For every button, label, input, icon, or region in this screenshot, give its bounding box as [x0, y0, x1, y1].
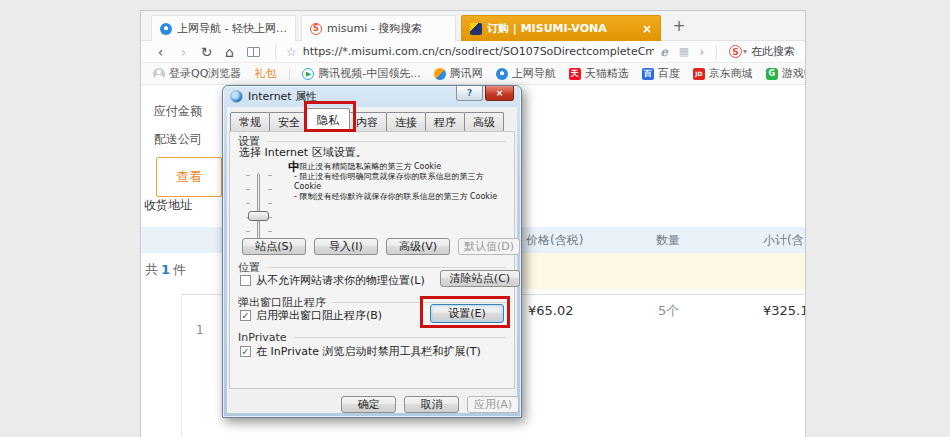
bookmarks-bar: 登录QQ浏览器 礼包 ▶ 腾讯视频-中国领先... 腾讯网 上网导航 天 天猫精… — [141, 63, 805, 85]
tab-title: 订购 | MISUMI-VONA — [487, 21, 637, 36]
internet-properties-dialog: Internet 属性 ? × 常规 安全 隐私 内容 连接 程序 高级 设置 … — [222, 85, 522, 418]
tab-programs[interactable]: 程序 — [425, 112, 465, 131]
annotation-box-privacy-tab — [304, 101, 356, 132]
tab-connections[interactable]: 连接 — [386, 112, 426, 131]
more-tools-chevron-icon[interactable]: › — [694, 45, 710, 59]
bookmark-baidu[interactable]: 百 百度 — [642, 66, 680, 81]
sogou-icon: S — [310, 23, 322, 35]
highlighted-row — [513, 253, 805, 289]
tencent-icon — [434, 68, 446, 80]
item-count-summary: 共1件 — [145, 261, 186, 279]
shipping-company-label: 配送公司 — [154, 131, 202, 148]
bookmark-star-icon[interactable]: ☆ — [286, 45, 297, 59]
row-index: 1 — [196, 323, 204, 337]
bookmark-tencent-site[interactable]: 腾讯网 — [434, 66, 483, 81]
tab-sogou-search[interactable]: S misumi - 搜狗搜索 — [301, 15, 456, 41]
column-header-price: 价格(含税) — [526, 227, 583, 253]
new-tab-button[interactable]: + — [669, 17, 689, 37]
tab-strip: 上网导航 - 轻快上网 从这里开始 S misumi - 搜狗搜索 订购 | M… — [141, 11, 805, 41]
shipping-address-label: 收货地址 — [144, 197, 192, 214]
cell-subtotal: ¥325.1 — [763, 298, 805, 324]
cell-quantity: 5个 — [658, 298, 679, 324]
internet-options-icon — [230, 90, 243, 103]
user-icon — [153, 68, 165, 80]
sites-button[interactable]: 站点(S) — [242, 238, 306, 255]
privacy-tab-page: 设置 选择 Internet 区域设置。 中 - 阻止没有精简隐私策略的第三方 … — [229, 131, 515, 389]
cancel-button[interactable]: 取消 — [404, 396, 459, 413]
search-here-label[interactable]: 在此搜索 — [751, 44, 795, 59]
inprivate-checkbox-row[interactable]: ✓ 在 InPrivate 浏览启动时禁用工具栏和扩展(T) — [240, 344, 481, 359]
advanced-button[interactable]: 高级(V) — [386, 238, 450, 255]
bookmark-jd[interactable]: JD 京东商城 — [693, 66, 753, 81]
checkbox-unchecked[interactable] — [240, 275, 251, 286]
bookmark-web-navigation[interactable]: 上网导航 — [496, 66, 556, 81]
tab-title: misumi - 搜狗搜索 — [327, 21, 447, 36]
popup-checkbox-label: 启用弹出窗口阻止程序(B) — [256, 308, 382, 323]
dialog-client-area: 常规 安全 隐私 内容 连接 程序 高级 设置 选择 Internet 区域设置… — [227, 107, 517, 413]
location-checkbox-label: 从不允许网站请求你的物理位置(L) — [256, 273, 425, 288]
import-button[interactable]: 导入(I) — [314, 238, 378, 255]
inprivate-group: InPrivate — [238, 331, 506, 344]
divider — [275, 45, 276, 59]
divider — [289, 68, 290, 80]
jd-icon: JD — [693, 68, 705, 80]
home-icon[interactable]: ⌂ — [218, 42, 241, 62]
default-button[interactable]: 默认值(D) — [458, 238, 520, 255]
back-icon[interactable]: ‹ — [149, 42, 172, 62]
extensions-grid-icon[interactable]: ▦ — [674, 45, 694, 58]
game-controller-icon: G — [766, 68, 778, 80]
help-button[interactable]: ? — [456, 86, 483, 101]
slider-ticks — [268, 175, 272, 247]
tab-security[interactable]: 安全 — [269, 112, 309, 131]
clear-sites-button[interactable]: 清除站点(C) — [440, 270, 520, 287]
baidu-icon: 百 — [642, 68, 654, 80]
refresh-icon[interactable]: ↻ — [195, 42, 218, 62]
e-navigation-icon — [160, 23, 172, 35]
tmall-icon: 天 — [569, 68, 581, 80]
address-bar: ‹ › ↻ ⌂ ☆ https://*.misumi.com.cn/cn/sod… — [141, 41, 805, 63]
divider — [716, 45, 717, 59]
sogou-search-icon[interactable]: S — [729, 45, 742, 58]
apply-button[interactable]: 应用(A) — [467, 396, 519, 413]
divider — [181, 294, 182, 437]
play-icon: ▶ — [302, 68, 314, 80]
item-count: 1 — [161, 262, 170, 277]
reading-mode-icon[interactable] — [247, 47, 260, 57]
dialog-footer: 确定 取消 应用(A) — [227, 396, 517, 413]
url-text[interactable]: https://*.misumi.com.cn/cn/sodirect/SO10… — [303, 45, 654, 58]
tab-misumi-vona-active[interactable]: 订购 | MISUMI-VONA × — [461, 15, 661, 41]
bookmark-tmall[interactable]: 天 天猫精选 — [569, 66, 629, 81]
view-button[interactable]: 查看 — [156, 157, 222, 197]
column-header-quantity: 数量 — [656, 227, 680, 253]
checkbox-checked[interactable]: ✓ — [240, 310, 251, 321]
annotation-box-settings-button — [420, 296, 510, 328]
ok-button[interactable]: 确定 — [341, 396, 396, 413]
dialog-tab-row: 常规 安全 隐私 内容 连接 程序 高级 — [227, 107, 517, 131]
misumi-icon — [470, 23, 482, 35]
chevron-down-icon[interactable]: ▾ — [743, 47, 747, 56]
location-checkbox-row[interactable]: 从不允许网站请求你的物理位置(L) — [240, 273, 425, 288]
tab-navigation-home[interactable]: 上网导航 - 轻快上网 从这里开始 — [151, 15, 296, 41]
slider-thumb[interactable] — [248, 211, 269, 221]
bookmark-gift-pack[interactable]: 礼包 — [254, 66, 276, 81]
checkbox-checked[interactable]: ✓ — [240, 346, 251, 357]
payable-amount-label: 应付金额 — [154, 103, 202, 120]
popup-checkbox-row[interactable]: ✓ 启用弹出窗口阻止程序(B) — [240, 308, 382, 323]
e-navigation-icon — [496, 68, 508, 80]
close-button[interactable]: × — [485, 86, 514, 101]
screenshot-canvas: 上网导航 - 轻快上网 从这里开始 S misumi - 搜狗搜索 订购 | M… — [0, 0, 950, 437]
ie-compat-icon[interactable]: e — [654, 45, 674, 59]
bookmark-tencent-video[interactable]: ▶ 腾讯视频-中国领先... — [302, 66, 420, 81]
bookmark-qq-login[interactable]: 登录QQ浏览器 — [153, 66, 241, 81]
tab-general[interactable]: 常规 — [230, 112, 270, 131]
tab-close-icon[interactable]: × — [642, 22, 652, 36]
cell-price: ¥65.02 — [528, 298, 574, 324]
forward-icon[interactable]: › — [172, 42, 195, 62]
zone-setting-label: 选择 Internet 区域设置。 — [239, 145, 367, 160]
privacy-level-description: - 阻止没有精简隐私策略的第三方 Cookie - 阻止没有经你明确同意就保存你… — [294, 162, 506, 202]
bookmark-game-center[interactable]: G 游戏中心 — [766, 66, 805, 81]
tab-advanced[interactable]: 高级 — [464, 112, 504, 131]
inprivate-checkbox-label: 在 InPrivate 浏览启动时禁用工具栏和扩展(T) — [256, 344, 481, 359]
tab-title: 上网导航 - 轻快上网 从这里开始 — [177, 21, 287, 36]
